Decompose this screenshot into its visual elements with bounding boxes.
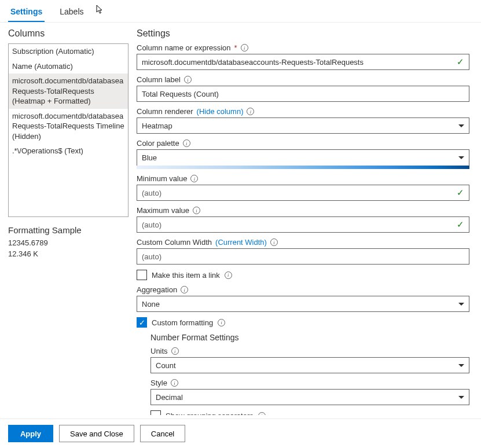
tab-settings[interactable]: Settings <box>8 5 45 22</box>
check-icon: ✓ <box>457 188 464 198</box>
make-link-checkbox[interactable] <box>137 270 147 280</box>
formatting-sample-value: 12345.6789 <box>8 238 128 247</box>
chevron-down-icon <box>458 364 464 367</box>
column-renderer-label: Column renderer <box>137 107 193 116</box>
grouping-separators-checkbox[interactable] <box>150 410 161 415</box>
cancel-button[interactable]: Cancel <box>140 425 185 442</box>
column-name-input[interactable]: microsoft.documentdb/databaseaccounts-Re… <box>137 54 469 70</box>
chevron-down-icon <box>458 156 464 159</box>
color-gradient-preview <box>137 166 469 169</box>
column-item[interactable]: .*\/Operations$ (Text) <box>9 144 128 159</box>
column-item[interactable]: Subscription (Automatic) <box>9 44 128 59</box>
style-select[interactable]: Decimal <box>150 389 469 405</box>
grouping-separators-label: Show grouping separators <box>166 412 254 416</box>
tab-labels[interactable]: Labels <box>57 5 86 22</box>
column-item[interactable]: microsoft.documentdb/databasea Requests-… <box>9 109 128 144</box>
custom-formatting-label: Custom formatting <box>152 318 213 327</box>
custom-formatting-checkbox[interactable]: ✓ <box>137 317 147 328</box>
make-link-label: Make this item a link <box>152 271 220 280</box>
columns-list: Subscription (Automatic) Name (Automatic… <box>8 43 128 217</box>
chevron-down-icon <box>458 303 464 306</box>
column-name-label: Column name or expression <box>137 43 231 52</box>
check-icon: ✓ <box>457 219 464 230</box>
column-label-label: Column label <box>137 75 181 84</box>
info-icon[interactable]: i <box>241 44 248 52</box>
columns-heading: Columns <box>8 28 128 39</box>
tab-bar: Settings Labels <box>0 0 481 23</box>
chevron-down-icon <box>458 124 464 127</box>
number-format-heading: Number Format Settings <box>150 333 469 342</box>
aggregation-select[interactable]: None <box>137 296 469 312</box>
settings-heading: Settings <box>137 28 469 39</box>
style-label: Style <box>150 379 167 387</box>
maximum-value-input[interactable]: (auto) ✓ <box>137 216 469 233</box>
maximum-value-label: Maximum value <box>137 206 189 215</box>
custom-width-label: Custom Column Width <box>137 238 212 247</box>
info-icon[interactable]: i <box>183 139 190 147</box>
info-icon[interactable]: i <box>181 286 188 293</box>
units-select[interactable]: Count <box>150 357 469 373</box>
footer-actions: Apply Save and Close Cancel <box>0 418 481 448</box>
formatting-sample-value: 12.346 K <box>8 249 128 258</box>
info-icon[interactable]: i <box>218 319 225 326</box>
hide-column-link[interactable]: (Hide column) <box>197 107 244 116</box>
info-icon[interactable]: i <box>225 271 232 279</box>
info-icon[interactable]: i <box>193 207 200 214</box>
column-item[interactable]: Name (Automatic) <box>9 59 128 74</box>
chevron-down-icon <box>458 396 464 399</box>
minimum-value-input[interactable]: (auto) ✓ <box>137 185 469 201</box>
column-renderer-select[interactable]: Heatmap <box>137 117 469 134</box>
column-item-selected[interactable]: microsoft.documentdb/databasea Requests-… <box>9 74 128 109</box>
apply-button[interactable]: Apply <box>8 425 53 442</box>
info-icon[interactable]: i <box>258 412 266 416</box>
minimum-value-label: Minimum value <box>137 174 187 183</box>
info-icon[interactable]: i <box>270 238 278 246</box>
info-icon[interactable]: i <box>190 175 198 182</box>
color-palette-select[interactable]: Blue <box>137 149 469 166</box>
formatting-sample-heading: Formatting Sample <box>8 225 128 235</box>
units-label: Units <box>150 347 168 355</box>
info-icon[interactable]: i <box>184 76 192 83</box>
info-icon[interactable]: i <box>171 347 179 355</box>
custom-width-input[interactable]: (auto) <box>137 248 469 265</box>
check-icon: ✓ <box>457 57 464 67</box>
info-icon[interactable]: i <box>247 108 254 115</box>
aggregation-label: Aggregation <box>137 285 177 294</box>
required-asterisk: * <box>234 43 237 52</box>
info-icon[interactable]: i <box>171 379 178 387</box>
color-palette-label: Color palette <box>137 139 179 148</box>
current-width-link[interactable]: (Current Width) <box>215 238 267 247</box>
save-and-close-button[interactable]: Save and Close <box>59 425 134 442</box>
column-label-input[interactable]: Total Requests (Count) <box>137 86 469 102</box>
